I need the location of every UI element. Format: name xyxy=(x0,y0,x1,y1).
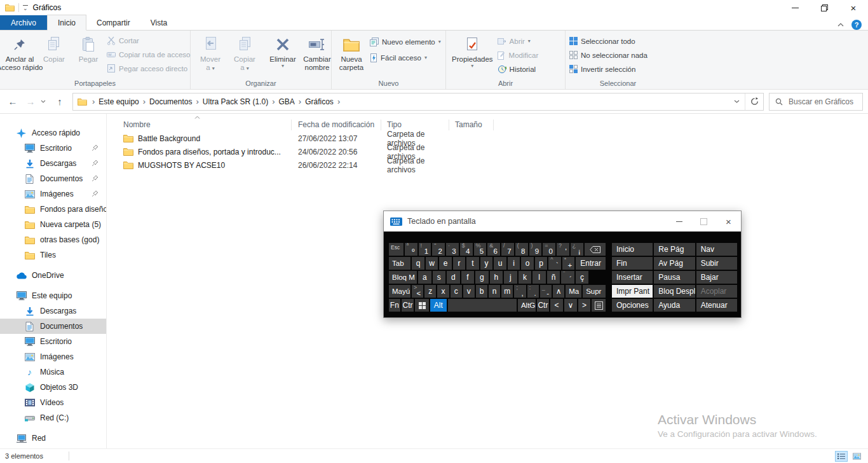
copy-to-button[interactable]: Copiar a ▾ xyxy=(227,32,262,74)
key-4[interactable]: $4 xyxy=(460,243,473,256)
key-c[interactable]: c xyxy=(451,285,462,298)
key-0[interactable]: =0 xyxy=(543,243,555,256)
key-shift-left[interactable]: Mayú xyxy=(389,285,410,298)
sidebar-item-pc-red-c[interactable]: Red (C:) xyxy=(0,410,106,425)
key-ctrl-right[interactable]: Ctr xyxy=(537,299,550,312)
column-header-type[interactable]: Tipo xyxy=(387,120,455,129)
sidebar-item-onedrive[interactable]: OneDrive xyxy=(0,268,106,283)
details-view-button[interactable] xyxy=(835,451,848,462)
sidebar-item-imagenes[interactable]: Imágenes xyxy=(0,186,106,202)
tab-archivo[interactable]: Archivo xyxy=(0,15,47,30)
key-av-pag[interactable]: Av Pág xyxy=(654,257,695,270)
column-header-name[interactable]: Nombre xyxy=(123,120,298,129)
key-arrow-up[interactable]: ∧ xyxy=(553,285,564,298)
refresh-icon[interactable] xyxy=(745,93,763,110)
key-b[interactable]: b xyxy=(476,285,487,298)
open-button[interactable]: Abrir▾ xyxy=(498,35,539,47)
sidebar-item-quick-access[interactable]: Acceso rápido xyxy=(0,125,106,141)
key-h[interactable]: h xyxy=(490,271,503,284)
key-w[interactable]: w xyxy=(426,257,438,270)
key-5[interactable]: %5 xyxy=(474,243,487,256)
key-subir[interactable]: Subir xyxy=(696,257,737,270)
key-q[interactable]: q xyxy=(412,257,424,270)
key-insertar[interactable]: Insertar xyxy=(612,271,653,284)
collapse-ribbon-icon[interactable] xyxy=(837,23,844,27)
key-acoplar[interactable]: Acoplar xyxy=(696,285,737,298)
invert-selection-button[interactable]: Invertir selección xyxy=(569,63,648,75)
minimize-button[interactable] xyxy=(780,0,810,15)
key-d[interactable]: d xyxy=(447,271,460,284)
key-delete[interactable]: Supr xyxy=(583,285,606,298)
osk-maximize-button[interactable] xyxy=(691,211,716,232)
key-bajar[interactable]: Bajar xyxy=(696,271,737,284)
edit-button[interactable]: Modificar xyxy=(498,49,539,61)
key-apostrophe[interactable]: ?' xyxy=(557,243,569,256)
rename-button[interactable]: Cambiar nombre xyxy=(300,32,334,74)
sidebar-item-tiles[interactable]: Tiles xyxy=(0,247,106,263)
key-less-than[interactable]: >< xyxy=(412,285,423,298)
key-3[interactable]: ·3 xyxy=(446,243,459,256)
key-nav[interactable]: Nav xyxy=(696,243,737,256)
thumbnails-view-button[interactable] xyxy=(850,451,863,462)
key-enter[interactable]: Entrar xyxy=(576,257,606,270)
paste-shortcut-button[interactable]: Pegar acceso directo xyxy=(107,62,191,74)
key-enye[interactable]: ñ xyxy=(547,271,560,284)
key-arrow-left[interactable]: < xyxy=(550,299,563,312)
breadcrumb-item[interactable]: Ultra Pack SR (1.0) xyxy=(200,97,271,106)
key-r[interactable]: r xyxy=(453,257,466,270)
key-y[interactable]: y xyxy=(480,257,493,270)
key-tab[interactable]: Tab xyxy=(389,257,410,270)
key-hyphen[interactable]: _- xyxy=(540,285,552,298)
delete-button[interactable]: Eliminar ▾ xyxy=(266,32,300,71)
sidebar-item-otras-bases[interactable]: otras bases (god) xyxy=(0,232,106,247)
breadcrumb-item[interactable]: Documentos xyxy=(147,97,194,106)
key-t[interactable]: t xyxy=(466,257,479,270)
select-all-button[interactable]: Seleccionar todo xyxy=(569,35,648,47)
easy-access-button[interactable]: Fácil acceso▾ xyxy=(370,52,441,64)
pin-to-quick-access-button[interactable]: Anclar al Acceso rápido xyxy=(3,32,37,74)
key-2[interactable]: "2 xyxy=(432,243,445,256)
osk-close-button[interactable]: × xyxy=(716,211,741,232)
sidebar-item-pc-videos[interactable]: Vídeos xyxy=(0,395,106,410)
sidebar-item-documentos[interactable]: Documentos xyxy=(0,171,106,186)
key-atenuar[interactable]: Atenuar xyxy=(696,299,737,312)
sidebar-item-fondos[interactable]: Fondos para diseños, xyxy=(0,202,106,217)
key-j[interactable]: j xyxy=(504,271,517,284)
breadcrumb-item[interactable]: GBA xyxy=(276,97,297,106)
key-p[interactable]: p xyxy=(535,257,548,270)
key-shift-right[interactable]: Ma xyxy=(566,285,581,298)
address-dropdown-icon[interactable] xyxy=(728,100,745,103)
key-fin[interactable]: Fin xyxy=(612,257,653,270)
osk-title-bar[interactable]: Teclado en pantalla × xyxy=(384,211,741,232)
key-opciones[interactable]: Opciones xyxy=(612,299,653,312)
key-l[interactable]: l xyxy=(532,271,546,284)
back-button[interactable]: ← xyxy=(5,96,20,107)
sidebar-item-nueva-carpeta[interactable]: Nueva carpeta (5) xyxy=(0,217,106,232)
address-bar[interactable]: › Este equipo › Documentos › Ultra Pack … xyxy=(72,93,764,111)
sidebar-item-pc-imagenes[interactable]: Imágenes xyxy=(0,349,106,364)
key-ctrl-left[interactable]: Ctr xyxy=(402,299,414,312)
key-exclamation[interactable]: ¿¡ xyxy=(571,243,583,256)
key-v[interactable]: v xyxy=(463,285,475,298)
help-icon[interactable]: ? xyxy=(851,20,862,30)
key-altgr[interactable]: AltGr xyxy=(518,299,536,312)
key-e[interactable]: e xyxy=(439,257,452,270)
tab-inicio[interactable]: Inicio xyxy=(47,15,86,31)
key-i[interactable]: i xyxy=(508,257,520,270)
sidebar-item-pc-objetos3d[interactable]: Objetos 3D xyxy=(0,380,106,395)
key-ayuda[interactable]: Ayuda xyxy=(654,299,695,312)
key-a[interactable]: a xyxy=(418,271,431,284)
sidebar-item-pc-musica[interactable]: ♪ Música xyxy=(0,364,106,380)
key-k[interactable]: k xyxy=(519,271,532,284)
column-header-date[interactable]: Fecha de modificación xyxy=(298,120,387,129)
select-none-button[interactable]: No seleccionar nada xyxy=(569,49,648,61)
key-period[interactable]: :. xyxy=(527,285,539,298)
key-space[interactable] xyxy=(448,299,517,312)
history-button[interactable]: Historial xyxy=(498,63,539,75)
copy-path-button[interactable]: W... Copiar ruta de acceso xyxy=(107,48,191,60)
sidebar-item-pc-escritorio[interactable]: Escritorio xyxy=(0,334,106,349)
key-pausa[interactable]: Pausa xyxy=(654,271,695,284)
sidebar-item-red[interactable]: Red xyxy=(0,431,106,446)
forward-button[interactable]: → xyxy=(23,96,38,107)
key-u[interactable]: u xyxy=(494,257,506,270)
